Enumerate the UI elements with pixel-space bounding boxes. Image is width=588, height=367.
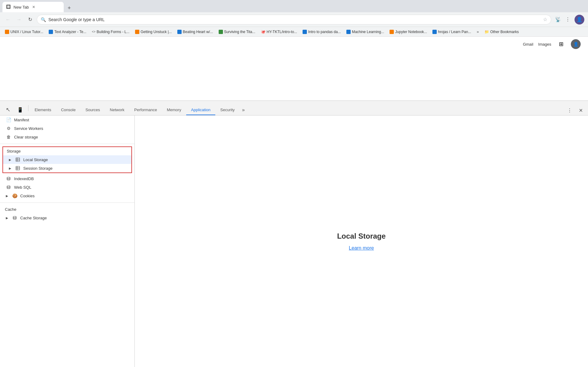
tab-bar: 🔲 New Tab ✕ + xyxy=(0,0,588,12)
bookmark-label: Beating Heart w/... xyxy=(183,30,213,34)
forward-button[interactable]: → xyxy=(15,15,23,24)
address-bar[interactable]: 🔍 Search Google or type a URL ☆ xyxy=(37,15,551,25)
bookmark-pandas[interactable]: Intro to pandas da... xyxy=(300,28,343,35)
session-storage-icon xyxy=(15,166,20,171)
indexeddb-label: IndexedDB xyxy=(14,176,34,181)
sidebar-item-local-storage[interactable]: ▶ Local Storage xyxy=(3,155,131,164)
sidebar-item-service-workers[interactable]: ⚙ Service Workers xyxy=(0,124,134,133)
bookmark-jupyter[interactable]: Jupyter Notebook... xyxy=(387,28,429,35)
images-link[interactable]: Images xyxy=(538,42,551,47)
cast-button[interactable]: 📡 xyxy=(554,15,562,24)
sidebar-item-cookies[interactable]: ▶ 🍪 Cookies xyxy=(0,191,134,200)
manifest-label: Manifest xyxy=(14,118,29,122)
tab-console[interactable]: Console xyxy=(56,105,81,115)
cache-storage-label: Cache Storage xyxy=(20,216,47,220)
svg-point-10 xyxy=(13,216,16,218)
google-apps-button[interactable]: ⊞ xyxy=(556,39,566,49)
tab-application[interactable]: Application xyxy=(186,105,216,115)
star-icon: ☆ xyxy=(543,17,547,22)
clear-storage-label: Clear storage xyxy=(14,135,38,139)
tab-elements[interactable]: Elements xyxy=(30,105,56,115)
folder-icon: 📁 xyxy=(484,30,489,34)
learn-more-link[interactable]: Learn more xyxy=(349,245,374,251)
local-storage-info-panel: Local Storage Learn more xyxy=(337,232,386,251)
bookmark-favicon xyxy=(49,30,53,34)
bookmark-hrojas[interactable]: hrojas / Learn Pan... xyxy=(430,28,473,35)
svg-rect-0 xyxy=(16,158,20,161)
bookmark-label: Text Analyzer - Te... xyxy=(54,30,86,34)
tab-security[interactable]: Security xyxy=(215,105,239,115)
sidebar-item-web-sql[interactable]: Web SQL xyxy=(0,183,134,191)
devtools-body: 📄 Manifest ⚙ Service Workers 🗑 Clear sto… xyxy=(0,115,588,367)
sidebar-item-cache-storage[interactable]: ▶ Cache Storage xyxy=(0,214,134,222)
devtools-main-content: Local Storage Learn more xyxy=(135,115,588,367)
bookmark-favicon xyxy=(219,30,223,34)
active-tab[interactable]: 🔲 New Tab ✕ xyxy=(2,2,64,12)
tab-close-button[interactable]: ✕ xyxy=(31,5,36,9)
manifest-icon: 📄 xyxy=(6,117,11,122)
nav-bar: ← → ↻ 🔍 Search Google or type a URL ☆ 📡 … xyxy=(0,12,588,27)
gmail-link[interactable]: Gmail xyxy=(523,42,533,47)
tab-separator xyxy=(28,105,28,111)
search-icon: 🔍 xyxy=(41,17,46,22)
bookmark-favicon xyxy=(390,30,394,34)
browser-frame: 🔲 New Tab ✕ + ← → ↻ 🔍 Search Google or t… xyxy=(0,0,588,367)
google-account-avatar[interactable]: 👤 xyxy=(571,39,581,49)
bookmark-label: HY-TKTL/intro-to... xyxy=(267,30,297,34)
bookmark-favicon xyxy=(5,30,9,34)
sidebar-item-manifest[interactable]: 📄 Manifest xyxy=(0,115,134,124)
indexeddb-icon xyxy=(6,176,11,181)
bookmark-hy-tktl[interactable]: 🐙 HY-TKTL/intro-to... xyxy=(258,28,300,35)
devtools-tab-bar: ↖ 📱 Elements Console Sources Network Per… xyxy=(0,101,588,115)
storage-section-header: Storage xyxy=(3,147,131,155)
expand-arrow-cookies[interactable]: ▶ xyxy=(5,194,9,198)
bookmark-text-analyzer[interactable]: Text Analyzer - Te... xyxy=(46,28,89,35)
tab-network[interactable]: Network xyxy=(105,105,130,115)
devtools-actions: ⋮ ✕ xyxy=(565,105,586,115)
bookmark-label: Surviving the Tita... xyxy=(224,30,255,34)
devtools-panel: ↖ 📱 Elements Console Sources Network Per… xyxy=(0,100,588,367)
bookmark-surviving-titanic[interactable]: Surviving the Tita... xyxy=(216,28,258,35)
tab-title: New Tab xyxy=(13,5,29,9)
devtools-more-button[interactable]: ⋮ xyxy=(565,105,575,115)
sidebar-item-indexeddb[interactable]: IndexedDB xyxy=(0,174,134,183)
bookmark-unix[interactable]: UNIX / Linux Tutor... xyxy=(2,28,46,35)
storage-group-box: Storage ▶ xyxy=(2,146,132,173)
expand-arrow-session-storage[interactable]: ▶ xyxy=(8,166,12,170)
other-bookmarks[interactable]: 📁 Other Bookmarks xyxy=(482,28,521,35)
cookies-icon: 🍪 xyxy=(12,193,17,198)
inspect-element-button[interactable]: ↖ xyxy=(2,104,13,115)
reload-button[interactable]: ↻ xyxy=(26,15,34,24)
devtools-close-button[interactable]: ✕ xyxy=(576,105,586,115)
bookmark-favicon xyxy=(177,30,182,34)
new-tab-button[interactable]: + xyxy=(65,4,74,12)
nav-actions: 📡 ⋮ xyxy=(554,15,572,24)
local-storage-title: Local Storage xyxy=(337,232,386,240)
bookmark-label: Getting Unstuck |... xyxy=(141,30,172,34)
sidebar-item-clear-storage[interactable]: 🗑 Clear storage xyxy=(0,133,134,141)
bookmark-favicon xyxy=(135,30,139,34)
bookmark-ml[interactable]: Machine Learning... xyxy=(344,28,386,35)
sidebar-item-session-storage[interactable]: ▶ Session Storage xyxy=(3,164,131,172)
svg-point-9 xyxy=(7,186,10,187)
settings-button[interactable]: ⋮ xyxy=(564,15,572,24)
bookmark-label: UNIX / Linux Tutor... xyxy=(10,30,43,34)
tab-sources[interactable]: Sources xyxy=(81,105,105,115)
bookmark-beating-heart[interactable]: Beating Heart w/... xyxy=(175,28,216,35)
tab-memory[interactable]: Memory xyxy=(162,105,186,115)
svg-point-8 xyxy=(7,177,10,178)
bookmark-icon-group: <> xyxy=(92,30,96,33)
expand-arrow-local-storage[interactable]: ▶ xyxy=(8,157,12,162)
bookmark-favicon xyxy=(346,30,351,34)
bookmark-getting-unstuck[interactable]: Getting Unstuck |... xyxy=(133,28,174,35)
bookmark-building-forms[interactable]: <> Building Forms - L... xyxy=(89,28,132,35)
user-avatar[interactable]: 👤 xyxy=(575,15,584,25)
bookmarks-overflow[interactable]: » xyxy=(474,29,481,34)
bookmark-label: hrojas / Learn Pan... xyxy=(438,30,471,34)
device-toggle-button[interactable]: 📱 xyxy=(15,104,26,115)
tabs-overflow-button[interactable]: » xyxy=(239,105,247,115)
local-storage-label: Local Storage xyxy=(23,157,48,162)
tab-performance[interactable]: Performance xyxy=(129,105,162,115)
back-button[interactable]: ← xyxy=(4,15,12,24)
expand-arrow-cache-storage[interactable]: ▶ xyxy=(5,216,9,220)
